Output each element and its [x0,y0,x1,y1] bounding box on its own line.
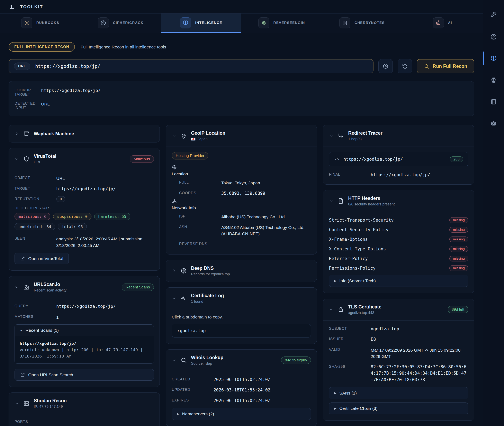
http-headers-card: HTTP Headers 0/6 security headers presen… [323,190,474,293]
recent-scans-expander[interactable]: ▼ Recent Scans (1) [15,325,154,336]
tab-reverseengin[interactable]: REVERSEENGIN [241,14,322,33]
clock-icon [382,63,389,69]
chevron-down-icon [14,285,19,290]
robot-icon [490,120,497,127]
tab-label: AI [448,21,452,25]
reputation-label: REPUTATION [14,196,56,201]
card-title: Shodan Recon [34,398,67,404]
deepdns-card-header[interactable]: Deep DNS Records for xgodlza.top [166,260,317,282]
triangle-right-icon: ▶ [334,407,337,410]
target-row: TARGET https://xgodlza.top/jp/ [14,186,154,192]
hosting-provider-badge: Hosting Provider [172,152,208,159]
panel-toggle-icon [9,4,15,10]
reset-button[interactable] [398,59,412,73]
final-value: https://xgodlza.top/jp/ [371,172,430,178]
rail-item-reverseengin[interactable] [489,76,498,85]
geoip-card-header[interactable]: GeoIP Location Japan [166,125,317,147]
server-info-expander[interactable]: ▶ Info (Server / Tech) [329,275,468,287]
redirect-arrow-icon [338,133,344,139]
wayback-card-header[interactable]: Wayback Machine [9,125,159,142]
final-row: FINAL https://xgodlza.top/jp/ [329,172,468,178]
rail-item-cipher[interactable] [489,32,498,41]
card-subtitle: IP: 47.79.147.149 [34,405,67,409]
certlog-hint: Click a subdomain to copy. [172,315,311,320]
chevron-down-icon [329,134,333,138]
card-subtitle: URL [34,160,56,164]
valid-label: VALID [329,347,371,352]
redirect-card-header[interactable]: Redirect Tracer 1 hop(s) [323,125,474,147]
coords-label: COORDS [179,190,221,195]
run-full-recon-button[interactable]: Run Full Recon [417,59,474,73]
open-virustotal-button[interactable]: Open in VirusTotal [14,253,69,264]
tab-cherrynotes[interactable]: CHERRYNOTES [322,14,402,33]
isp-label: ISP [179,214,221,219]
input-type-pill: URL [14,63,30,70]
sidebar-toggle-button[interactable] [9,3,15,10]
updated-value: 2026-03-18T01:55:24.0Z [214,387,270,393]
target-input[interactable] [35,64,368,69]
open-urlscan-button[interactable]: Open URLScan Search [14,369,154,381]
cert-days-left-badge: 89d left [448,306,468,313]
urlscan-card-header[interactable]: URLScan.io Recent scan activity Recent S… [9,276,159,298]
chevron-down-icon [329,307,333,312]
main-area: TOOLKIT RUNBOOKS CIPHER/CRACK INTELIGE [0,0,483,426]
subdomain-item[interactable]: xgodlza.top [172,324,311,337]
card-subtitle: xgodlza.top:443 [348,311,381,315]
rail-item-ai[interactable] [489,119,498,128]
tls-card-header[interactable]: TLS Certificate xgodlza.top:443 89d left [323,299,474,320]
header-name: X-Frame-Options [329,237,368,242]
tab-runbooks[interactable]: RUNBOOKS [0,14,80,33]
shodan-card-header[interactable]: Shodan Recon IP: 47.79.147.149 [9,393,159,414]
tls-card: TLS Certificate xgodlza.top:443 89d left… [323,299,474,421]
server-icon [23,400,30,407]
card-title: Certificate Log [191,293,224,298]
object-value: URL [56,175,65,182]
globe-icon [180,268,187,274]
header-name: Referrer-Policy [329,256,368,261]
rotate-ccw-icon [402,63,408,69]
matches-value: 1 [56,314,59,320]
top-bar: TOOLKIT [0,0,483,14]
card-title: Wayback Machine [34,131,74,136]
japan-flag-icon [191,138,195,141]
history-button[interactable] [378,59,393,73]
page-content: FULL INTELIGENCE RECON Full Intelligence… [0,33,483,426]
header-row: Strict-Transport-Security missing [329,217,468,223]
tab-inteligence[interactable]: INTELIGENCE [161,14,241,33]
detected-input-row: DETECTED INPUT URL [14,101,468,110]
rail-item-runbooks[interactable] [489,11,498,20]
nameservers-expander[interactable]: ▶ Nameservers (2) [172,408,311,420]
nameservers-expander-label: Nameservers (2) [182,412,214,416]
whois-card: Whois Lookup Source: rdap 84d to expiry … [166,349,317,426]
sans-expander[interactable]: ▶ SANs (1) [329,387,468,399]
whois-card-header[interactable]: Whois Lookup Source: rdap 84d to expiry [166,349,317,371]
missing-badge: missing [449,236,468,242]
rail-item-inteligence[interactable] [489,54,498,63]
shield-icon [23,156,30,162]
cert-chain-expander-label: Certificate Chain (3) [339,406,378,411]
virustotal-card-header[interactable]: VirusTotal URL Malicious [9,148,159,170]
column-2: GeoIP Location Japan Hosting Provider [166,125,317,426]
card-subtitle: Records for xgodlza.top [191,272,230,276]
rail-item-cherrynotes[interactable] [489,97,498,106]
lookup-target-value: https://xgodlza.top/jp/ [41,87,101,94]
created-value: 2025-06-10T15:02:24.0Z [214,376,270,383]
missing-badge: missing [449,256,468,262]
seen-label: SEEN [14,236,56,241]
header-name: Content-Security-Policy [329,227,389,232]
tab-label: INTELIGENCE [195,21,222,25]
certlog-card-header[interactable]: Certificate Log 1 found [166,288,317,309]
query-value: https://xgodlza.top/jp/ [56,303,116,310]
tab-cipher-crack[interactable]: CIPHER/CRACK [80,14,161,33]
tab-ai[interactable]: AI [402,14,483,33]
sha256-label: SHA-256 [329,364,371,369]
cert-chain-expander[interactable]: ▶ Certificate Chain (3) [329,403,468,414]
tab-label: CIPHER/CRACK [113,21,144,25]
stat-pill-harmless: harmless: 55 [94,213,130,220]
target-value: https://xgodlza.top/jp/ [56,186,116,192]
http-headers-card-header[interactable]: HTTP Headers 0/6 security headers presen… [323,190,474,212]
isp-row: ISP Alibaba (US) Technology Co., Ltd. [179,214,311,220]
location-section: Location FULL Tokyo, Tokyo, Japan COORDS… [172,165,311,197]
tab-label: RUNBOOKS [36,21,59,25]
recent-scans-panel: ▼ Recent Scans (1) https://xgodlza.top/j… [14,324,154,364]
